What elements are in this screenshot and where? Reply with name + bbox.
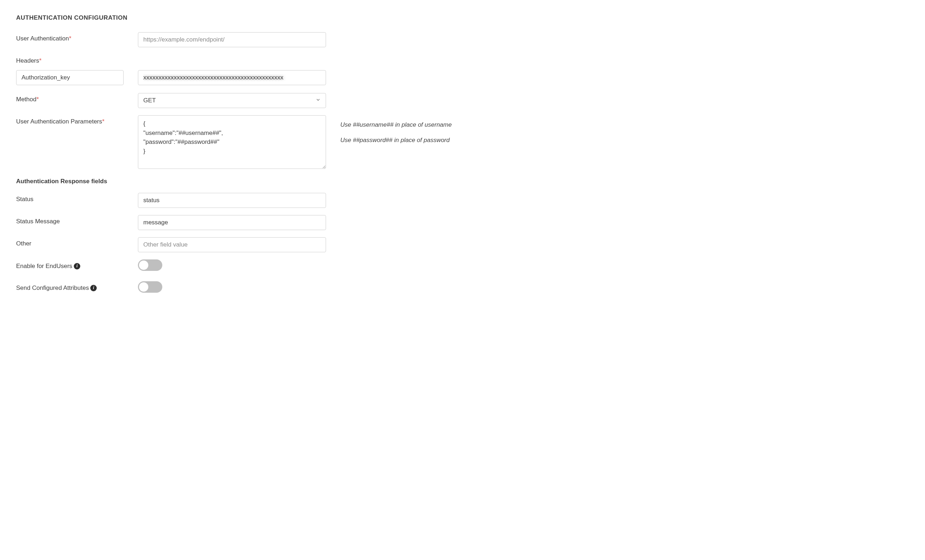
subsection-title: Authentication Response fields [16, 178, 909, 185]
hint-username: Use ##username## in place of username [340, 117, 909, 133]
section-title: AUTHENTICATION CONFIGURATION [16, 14, 909, 21]
label-text: Headers [16, 57, 39, 64]
label-headers: Headers* [16, 54, 124, 65]
toggle-knob [139, 261, 148, 270]
user-authentication-input[interactable] [138, 32, 326, 47]
method-selected-value: GET [138, 93, 325, 108]
row-user-auth-params: User Authentication Parameters* Use ##us… [16, 115, 909, 171]
row-status-message: Status Message [16, 215, 909, 230]
label-text: Method [16, 96, 36, 103]
label-text: User Authentication [16, 35, 69, 42]
status-message-input[interactable] [138, 215, 326, 230]
hint-password: Use ##password## in place of password [340, 133, 909, 148]
user-auth-params-hint: Use ##username## in place of username Us… [340, 115, 909, 148]
row-headers-inputs [16, 70, 909, 85]
required-asterisk: * [39, 57, 42, 64]
row-user-authentication: User Authentication* [16, 32, 909, 47]
label-send-configured-attrs: Send Configured Attributesi [16, 284, 124, 292]
label-text: Enable for EndUsers [16, 263, 72, 270]
row-send-configured-attrs: Send Configured Attributesi [16, 281, 909, 294]
label-text: User Authentication Parameters [16, 118, 102, 125]
label-other: Other [16, 237, 124, 247]
row-enable-endusers: Enable for EndUsers i [16, 260, 909, 273]
label-text: Send Configured Attributes [16, 284, 89, 292]
header-key-input[interactable] [16, 70, 124, 85]
row-status: Status [16, 193, 909, 208]
required-asterisk: * [102, 118, 105, 125]
label-user-auth-params: User Authentication Parameters* [16, 115, 124, 125]
label-status: Status [16, 193, 124, 203]
required-asterisk: * [69, 35, 71, 42]
required-asterisk: * [36, 96, 39, 103]
info-icon[interactable]: i [74, 263, 80, 269]
info-icon[interactable]: i [90, 285, 97, 291]
row-headers-label: Headers* [16, 54, 909, 65]
label-user-authentication: User Authentication* [16, 32, 124, 42]
send-configured-attrs-toggle[interactable] [138, 281, 162, 293]
user-auth-params-textarea[interactable] [138, 115, 326, 169]
toggle-knob [139, 282, 148, 292]
row-other: Other [16, 237, 909, 252]
enable-endusers-toggle[interactable] [138, 260, 162, 271]
status-input[interactable] [138, 193, 326, 208]
label-status-message: Status Message [16, 215, 124, 225]
row-method: Method* GET [16, 93, 909, 108]
header-value-input[interactable] [138, 70, 326, 85]
label-method: Method* [16, 93, 124, 103]
method-select[interactable]: GET [138, 93, 326, 108]
other-input[interactable] [138, 237, 326, 252]
label-enable-endusers: Enable for EndUsers i [16, 263, 124, 270]
